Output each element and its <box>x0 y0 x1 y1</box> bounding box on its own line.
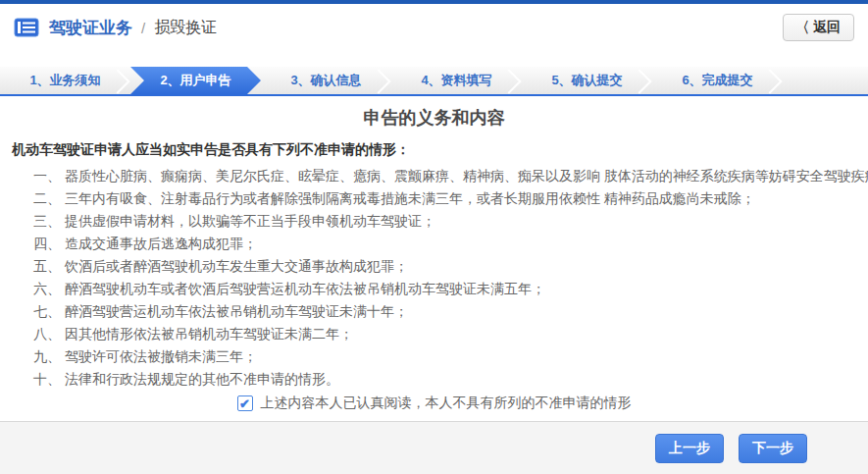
agreement-label[interactable]: 上述内容本人已认真阅读，本人不具有所列的不准申请的情形 <box>261 395 632 412</box>
list-item: 六、 醉酒驾驶机动车或者饮酒后驾驶营运机动车依法被吊销机动车驾驶证未满五年； <box>33 278 856 300</box>
list-item: 九、 驾驶许可依法被撤销未满三年； <box>33 345 856 368</box>
list-item: 五、 饮酒后或者醉酒驾驶机动车发生重大交通事故构成犯罪； <box>33 255 856 278</box>
step-label: 2、用户申告 <box>160 72 230 89</box>
list-item: 八、 因其他情形依法被吊销机动车驾驶证未满二年； <box>33 323 856 345</box>
step-label: 5、确认提交 <box>551 72 622 89</box>
step-2-user-declaration: 2、用户申告 <box>130 67 261 94</box>
back-button[interactable]: 〈 返回 <box>783 14 854 41</box>
step-label: 3、确认信息 <box>290 72 361 89</box>
list-item: 十、 法律和行政法规规定的其他不准申请的情形。 <box>33 368 856 391</box>
step-label: 4、资料填写 <box>421 72 491 89</box>
main-content: 申告的义务和内容 机动车驾驶证申请人应当如实申告是否具有下列不准申请的情形： 一… <box>0 106 868 412</box>
step-3-confirm-info: 3、确认信息 <box>261 67 391 94</box>
list-item: 二、 三年内有吸食、注射毒品行为或者解除强制隔离戒毒措施未满三年，或者长期服用依… <box>33 187 856 210</box>
page-header: 驾驶证业务 / 损毁换证 〈 返回 <box>0 4 868 51</box>
step-bar-filler <box>783 67 868 94</box>
breadcrumb-current: 损毁换证 <box>154 18 217 38</box>
checkmark-icon: ✔ <box>239 397 250 410</box>
restriction-list: 一、 器质性心脏病、癫痫病、美尼尔氏症、眩晕症、癔病、震颤麻痹、精神病、痴呆以及… <box>0 165 868 391</box>
agreement-row: ✔ 上述内容本人已认真阅读，本人不具有所列的不准申请的情形 <box>0 395 868 412</box>
step-label: 1、业务须知 <box>29 72 100 89</box>
list-item: 七、 醉酒驾驶营运机动车依法被吊销机动车驾驶证未满十年； <box>33 300 856 323</box>
step-label: 6、完成提交 <box>682 72 752 89</box>
list-item: 三、 提供虚假申请材料，以欺骗等不正当手段申领机动车驾驶证； <box>33 210 856 233</box>
list-item: 一、 器质性心脏病、癫痫病、美尼尔氏症、眩晕症、癔病、震颤麻痹、精神病、痴呆以及… <box>33 165 856 187</box>
next-step-button[interactable]: 下一步 <box>739 434 807 463</box>
agreement-checkbox[interactable]: ✔ <box>237 395 253 411</box>
chevron-left-icon: 〈 <box>796 18 809 38</box>
footer-action-bar: 上一步 下一步 <box>0 421 868 474</box>
breadcrumb-section[interactable]: 驾驶证业务 <box>49 17 132 39</box>
step-6-complete-submit: 6、完成提交 <box>652 67 783 94</box>
page-title: 申告的义务和内容 <box>0 106 868 130</box>
license-list-icon <box>14 18 39 37</box>
breadcrumb-separator: / <box>141 20 145 36</box>
step-5-confirm-submit: 5、确认提交 <box>522 67 652 94</box>
back-button-label: 返回 <box>813 19 841 36</box>
declaration-intro: 机动车驾驶证申请人应当如实申告是否具有下列不准申请的情形： <box>0 139 868 159</box>
wizard-step-bar: 1、业务须知 2、用户申告 3、确认信息 4、资料填写 5、确认提交 6、完成提… <box>0 67 868 96</box>
list-item: 四、 造成交通事故后逃逸构成犯罪； <box>33 233 856 255</box>
step-1-business-notice: 1、业务须知 <box>0 67 130 94</box>
step-4-fill-data: 4、资料填写 <box>391 67 522 94</box>
previous-step-button[interactable]: 上一步 <box>655 434 724 463</box>
